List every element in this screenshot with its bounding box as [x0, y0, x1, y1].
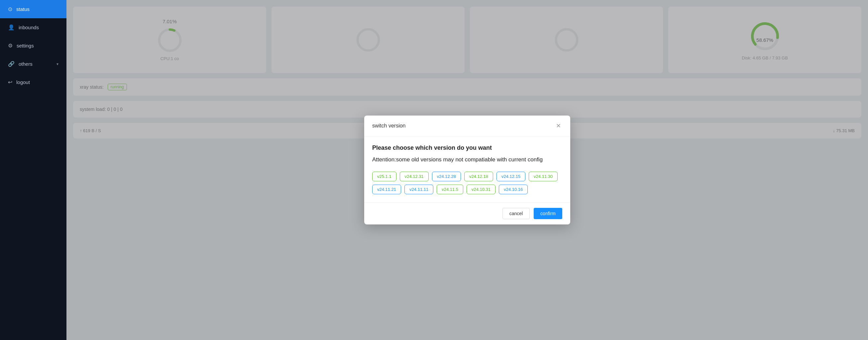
- settings-icon: ⚙: [8, 42, 12, 49]
- sidebar-item-settings[interactable]: ⚙ settings: [0, 36, 66, 55]
- main-content: 7.01% CPU:1 co: [66, 0, 868, 340]
- sidebar: ⊙ status 👤 inbounds ⚙ settings 🔗 others …: [0, 0, 66, 340]
- version-btn-v24-10-31[interactable]: v24.10.31: [467, 184, 495, 194]
- version-btn-v24-12-18[interactable]: v24.12.18: [464, 172, 493, 181]
- sidebar-label-inbounds: inbounds: [19, 25, 39, 30]
- version-btn-v24-12-15[interactable]: v24.12.15: [496, 172, 525, 181]
- cancel-button[interactable]: cancel: [502, 208, 530, 219]
- version-btn-v25-1-1[interactable]: v25.1.1: [372, 172, 397, 181]
- version-btn-v24-11-11[interactable]: v24.11.11: [404, 184, 433, 194]
- sidebar-item-status[interactable]: ⊙ status: [0, 0, 66, 18]
- sidebar-item-logout[interactable]: ↩ logout: [0, 73, 66, 91]
- version-btn-v24-11-5[interactable]: v24.11.5: [437, 184, 463, 194]
- others-icon: 🔗: [8, 61, 14, 67]
- switch-version-modal: switch version ✕ Please choose which ver…: [364, 115, 570, 225]
- version-grid: v25.1.1v24.12.31v24.12.28v24.12.18v24.12…: [372, 172, 562, 194]
- sidebar-item-others[interactable]: 🔗 others ▾: [0, 55, 66, 73]
- modal-header: switch version ✕: [364, 115, 570, 136]
- modal-body: Please choose which version do you want …: [364, 136, 570, 203]
- modal-main-text: Please choose which version do you want: [372, 144, 562, 151]
- close-icon[interactable]: ✕: [555, 122, 562, 130]
- sidebar-label-status: status: [16, 6, 30, 12]
- sidebar-label-logout: logout: [16, 79, 30, 85]
- modal-attention-text: Attention:some old versions may not comp…: [372, 156, 562, 164]
- status-icon: ⊙: [8, 6, 12, 12]
- inbounds-icon: 👤: [8, 24, 14, 31]
- sidebar-label-settings: settings: [17, 43, 34, 48]
- version-btn-v24-11-21[interactable]: v24.11.21: [372, 184, 401, 194]
- chevron-down-icon: ▾: [57, 62, 59, 66]
- modal-backdrop: switch version ✕ Please choose which ver…: [66, 0, 868, 340]
- modal-title: switch version: [372, 123, 405, 129]
- sidebar-label-others: others: [19, 61, 33, 67]
- modal-footer: cancel confirm: [364, 202, 570, 225]
- confirm-button[interactable]: confirm: [534, 208, 562, 219]
- version-btn-v24-10-16[interactable]: v24.10.16: [499, 184, 528, 194]
- logout-icon: ↩: [8, 79, 12, 85]
- version-btn-v24-11-30[interactable]: v24.11.30: [529, 172, 558, 181]
- sidebar-item-inbounds[interactable]: 👤 inbounds: [0, 18, 66, 36]
- version-btn-v24-12-28[interactable]: v24.12.28: [432, 172, 461, 181]
- version-btn-v24-12-31[interactable]: v24.12.31: [400, 172, 429, 181]
